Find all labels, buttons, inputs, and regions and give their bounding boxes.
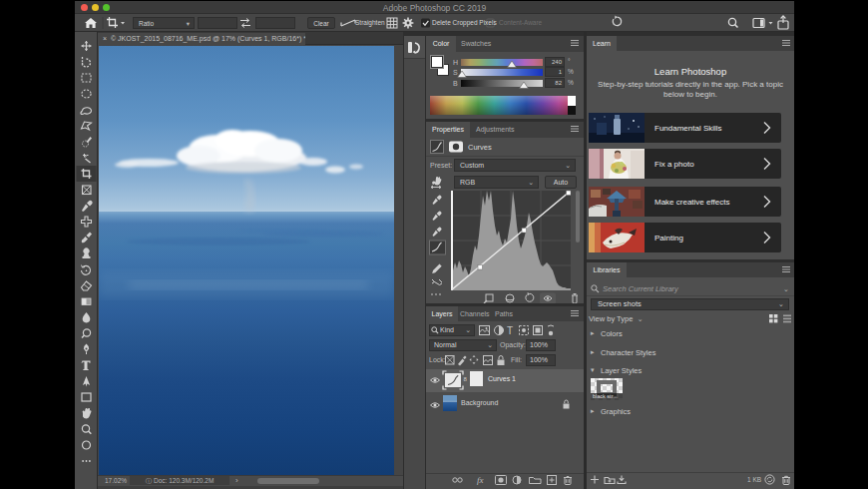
svg-text:T: T bbox=[507, 325, 513, 336]
svg-text:fx: fx bbox=[477, 475, 484, 485]
